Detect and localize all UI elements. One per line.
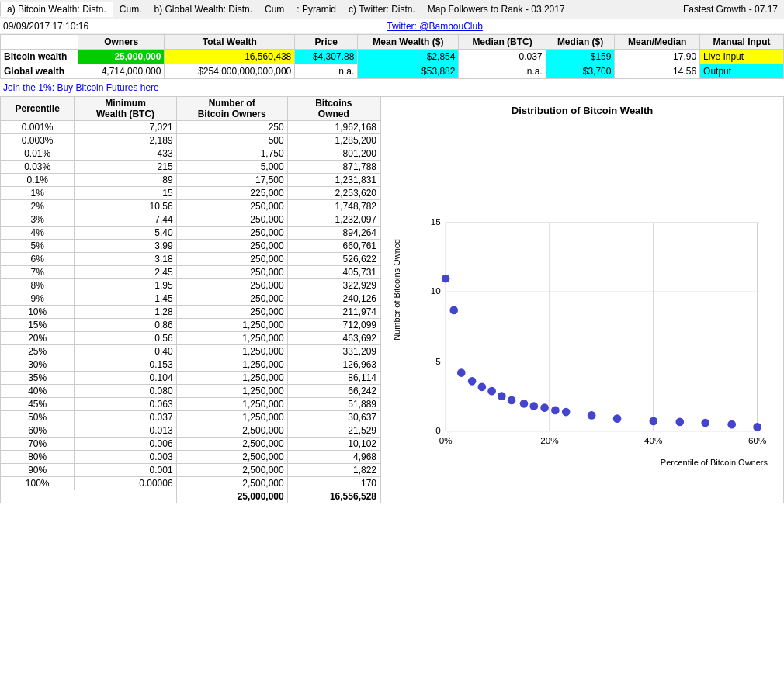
- dist-table-cell: 89: [75, 174, 176, 187]
- dist-table-cell: 1,285,200: [287, 134, 380, 147]
- dist-header-percentile: Percentile: [1, 97, 75, 121]
- dist-table-cell: 322,929: [287, 279, 380, 292]
- dist-table-cell: 1,250,000: [176, 411, 287, 424]
- dist-table-cell: 1,962,168: [287, 121, 380, 134]
- bitcoin-label: Bitcoin wealth: [1, 50, 78, 64]
- dist-table-row: 8%1.95250,000322,929: [1, 279, 380, 292]
- global-mean-wealth: $53,882: [358, 64, 459, 79]
- tab-cum1[interactable]: Cum.: [113, 2, 148, 16]
- dist-table-cell: 2,500,000: [176, 477, 287, 490]
- dist-table-row: 0.01%4331,750801,200: [1, 147, 380, 161]
- dist-table-cell: 1,822: [287, 464, 380, 477]
- dist-table-row: 45%0.0631,250,00051,889: [1, 398, 380, 411]
- table-row-bitcoin: Bitcoin wealth 25,000,000 16,560,438 $4,…: [1, 50, 784, 64]
- dist-table-cell: 331,209: [287, 345, 380, 358]
- dist-table-row: 50%0.0371,250,00030,637: [1, 411, 380, 424]
- dist-table-cell: 10.56: [75, 200, 176, 213]
- dist-table-cell: 1,250,000: [176, 385, 287, 398]
- stats-table: Owners Total Wealth Price Mean Wealth ($…: [0, 34, 784, 79]
- dist-table-cell: 1,250,000: [176, 398, 287, 411]
- dist-table-row: 100%0.000062,500,000170: [1, 477, 380, 490]
- bitcoin-owners: 25,000,000: [78, 50, 165, 64]
- header-manual-input: Manual Input: [700, 35, 784, 50]
- dist-table-cell: 1.45: [75, 292, 176, 306]
- dist-table-cell: 2,253,620: [287, 187, 380, 200]
- dist-header-num-owners: Number ofBitcoin Owners: [176, 97, 287, 121]
- dist-table-cell: 2,500,000: [176, 451, 287, 464]
- dist-table-cell: 4%: [1, 227, 75, 240]
- dist-table-cell: 0.00006: [75, 477, 176, 490]
- dist-table-cell: 100%: [1, 477, 75, 490]
- buy-link[interactable]: Join the 1%: Buy Bitcoin Futures here: [0, 79, 784, 96]
- dist-table-cell: 0.001: [75, 464, 176, 477]
- tab-map-followers[interactable]: Map Followers to Rank - 03.2017: [421, 2, 571, 16]
- dist-table-cell: 90%: [1, 464, 75, 477]
- tab-twitter[interactable]: c) Twitter: Distn.: [342, 2, 421, 16]
- svg-point-35: [753, 423, 761, 431]
- dist-table-cell: 215: [75, 161, 176, 174]
- dist-table-cell: 0.006: [75, 438, 176, 451]
- dist-table-cell: 7.44: [75, 213, 176, 227]
- svg-text:10: 10: [431, 285, 441, 296]
- dist-table-cell: 250,000: [176, 279, 287, 292]
- svg-text:60%: 60%: [748, 435, 767, 445]
- dist-table-row: 40%0.0801,250,00066,242: [1, 385, 380, 398]
- tab-global-wealth[interactable]: b) Global Wealth: Distn.: [148, 2, 259, 16]
- svg-text:0%: 0%: [439, 435, 453, 445]
- dist-table-cell: 1,250,000: [176, 358, 287, 372]
- dist-table-cell: 15%: [1, 319, 75, 332]
- header-total-wealth: Total Wealth: [165, 35, 295, 50]
- dist-table-cell: 4,968: [287, 451, 380, 464]
- svg-point-18: [457, 368, 466, 377]
- tab-bitcoin-wealth[interactable]: a) Bitcoin Wealth: Distn.: [0, 2, 113, 17]
- tab-pyramid[interactable]: : Pyramid: [290, 2, 342, 16]
- dist-table-cell: 1,250,000: [176, 345, 287, 358]
- tab-cum2[interactable]: Cum: [258, 2, 290, 16]
- dist-table-cell: 405,731: [287, 266, 380, 279]
- dist-table-cell: 0.153: [75, 358, 176, 372]
- svg-point-24: [520, 400, 529, 408]
- header-median-usd: Median ($): [546, 35, 615, 50]
- dist-table-wrapper: Percentile MinimumWealth (BTC) Number of…: [0, 96, 380, 503]
- svg-text:20%: 20%: [540, 435, 559, 445]
- chart-title: Distribution of Bitcoin Wealth: [389, 105, 775, 116]
- dist-table-cell: 0.037: [75, 411, 176, 424]
- dist-table-row: 15%0.861,250,000712,099: [1, 319, 380, 332]
- dist-table-cell: 1%: [1, 187, 75, 200]
- svg-point-33: [701, 419, 709, 427]
- svg-point-20: [478, 382, 487, 391]
- header-mean-median: Mean/Median: [615, 35, 700, 50]
- tab-fastest-growth[interactable]: Fastest Growth - 07.17: [677, 2, 784, 16]
- chart-container: Distribution of Bitcoin Wealth Number of…: [380, 96, 784, 503]
- dist-table-row: 0.03%2155,000871,788: [1, 161, 380, 174]
- svg-point-27: [551, 407, 560, 415]
- dist-table-cell: 9%: [1, 292, 75, 306]
- dist-table-row: 30%0.1531,250,000126,963: [1, 358, 380, 372]
- dist-table-cell: 250,000: [176, 240, 287, 253]
- global-price: n.a.: [295, 64, 358, 79]
- dist-header-btc-owned: BitcoinsOwned: [287, 97, 380, 121]
- dist-table-cell: 5,000: [176, 161, 287, 174]
- dist-table-cell: 2,500,000: [176, 464, 287, 477]
- dist-table-cell: 225,000: [176, 187, 287, 200]
- twitter-link[interactable]: Twitter: @BambouClub: [387, 21, 483, 32]
- bitcoin-total-wealth: 16,560,438: [165, 50, 295, 64]
- svg-text:0: 0: [435, 425, 441, 435]
- dist-table-row: 10%1.28250,000211,974: [1, 306, 380, 319]
- dist-table-cell: 250,000: [176, 266, 287, 279]
- header-median-btc: Median (BTC): [459, 35, 546, 50]
- dist-table-row: 1%15225,0002,253,620: [1, 187, 380, 200]
- dist-table-cell: 433: [75, 147, 176, 161]
- dist-table-cell: 30,637: [287, 411, 380, 424]
- dist-table-row: 20%0.561,250,000463,692: [1, 332, 380, 345]
- svg-point-17: [449, 306, 458, 315]
- dist-table-cell: 1.28: [75, 306, 176, 319]
- bitcoin-median-btc: 0.037: [459, 50, 546, 64]
- header-mean-wealth: Mean Wealth ($): [358, 35, 459, 50]
- dist-table-cell: 240,126: [287, 292, 380, 306]
- dist-table-cell: 20%: [1, 332, 75, 345]
- dist-table-cell: 2,500,000: [176, 424, 287, 438]
- dist-table-cell: 0.080: [75, 385, 176, 398]
- svg-point-22: [498, 392, 506, 400]
- table-row-global: Global wealth 4,714,000,000 $254,000,000…: [1, 64, 784, 79]
